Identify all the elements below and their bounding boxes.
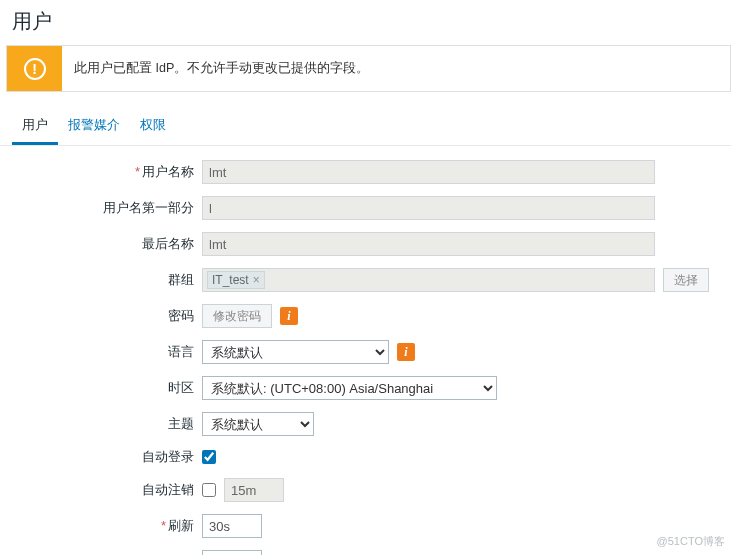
rows-input[interactable] [202, 550, 262, 555]
label-groups: 群组 [10, 271, 202, 289]
warning-banner: ! 此用户已配置 IdP。不允许手动更改已提供的字段。 [6, 45, 731, 92]
warning-icon-wrap: ! [7, 46, 62, 91]
user-form: *用户名称 用户名第一部分 最后名称 群组 IT_test × 选择 密码 修改… [0, 146, 731, 555]
theme-select[interactable]: 系统默认 [202, 412, 314, 436]
tabs: 用户 报警媒介 权限 [0, 92, 731, 146]
timezone-select[interactable]: 系统默认: (UTC+08:00) Asia/Shanghai [202, 376, 497, 400]
tab-permissions[interactable]: 权限 [130, 110, 176, 145]
select-groups-button[interactable]: 选择 [663, 268, 709, 292]
label-username: *用户名称 [10, 163, 202, 181]
label-password: 密码 [10, 307, 202, 325]
label-timezone: 时区 [10, 379, 202, 397]
warning-text: 此用户已配置 IdP。不允许手动更改已提供的字段。 [62, 46, 381, 91]
tab-user[interactable]: 用户 [12, 110, 58, 145]
label-autologin: 自动登录 [10, 448, 202, 466]
change-password-button[interactable]: 修改密码 [202, 304, 272, 328]
watermark: @51CTO博客 [657, 534, 725, 549]
label-username-first: 用户名第一部分 [10, 199, 202, 217]
info-icon[interactable]: i [397, 343, 415, 361]
groups-input[interactable]: IT_test × [202, 268, 655, 292]
tab-media[interactable]: 报警媒介 [58, 110, 130, 145]
autologout-value [224, 478, 284, 502]
language-select[interactable]: 系统默认 [202, 340, 389, 364]
label-lastname: 最后名称 [10, 235, 202, 253]
username-first-input [202, 196, 655, 220]
close-icon[interactable]: × [253, 273, 260, 287]
label-theme: 主题 [10, 415, 202, 433]
label-language: 语言 [10, 343, 202, 361]
username-input [202, 160, 655, 184]
page-title: 用户 [0, 0, 731, 45]
autologout-checkbox[interactable] [202, 483, 216, 497]
lastname-input [202, 232, 655, 256]
refresh-input[interactable] [202, 514, 262, 538]
label-refresh: *刷新 [10, 517, 202, 535]
autologin-checkbox[interactable] [202, 450, 216, 464]
group-tag-label: IT_test [212, 273, 249, 287]
warning-icon: ! [24, 58, 46, 80]
label-autologout: 自动注销 [10, 481, 202, 499]
info-icon[interactable]: i [280, 307, 298, 325]
group-tag: IT_test × [207, 271, 265, 289]
